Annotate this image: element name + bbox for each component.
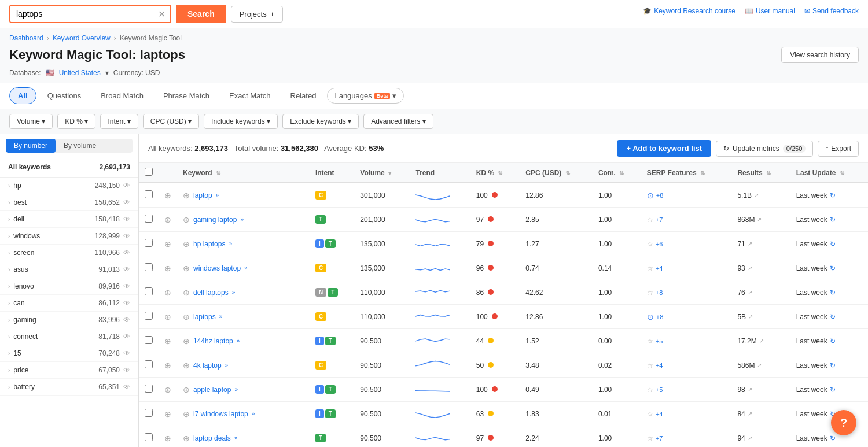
td-add[interactable]: ⊕ <box>159 378 177 402</box>
tab-all[interactable]: All <box>9 87 36 104</box>
star-icon[interactable]: ☆ <box>647 289 653 297</box>
refresh-icon[interactable]: ↻ <box>830 434 836 442</box>
td-add[interactable]: ⊕ <box>159 280 177 305</box>
sidebar-item[interactable]: › dell 158,418 👁 <box>0 211 138 228</box>
row-checkbox[interactable] <box>145 312 153 320</box>
keyword-link[interactable]: i7 windows laptop <box>193 410 248 418</box>
keyword-arrow-icon[interactable]: » <box>229 241 232 247</box>
keyword-link[interactable]: laptop deals <box>193 434 231 442</box>
keyword-plus-icon[interactable]: ⊕ <box>183 312 190 322</box>
tab-related[interactable]: Related <box>282 87 325 104</box>
sidebar-item[interactable]: › battery 65,351 👁 <box>0 379 138 396</box>
refresh-icon[interactable]: ↻ <box>830 337 836 345</box>
sidebar-item[interactable]: › screen 110,966 👁 <box>0 245 138 261</box>
keyword-plus-icon[interactable]: ⊕ <box>183 409 190 419</box>
filter-intent[interactable]: Intent ▾ <box>100 114 138 129</box>
refresh-icon[interactable]: ↻ <box>830 289 836 297</box>
keyword-plus-icon[interactable]: ⊕ <box>183 264 190 273</box>
keyword-arrow-icon[interactable]: » <box>240 216 244 223</box>
row-checkbox[interactable] <box>145 287 153 295</box>
sidebar-item[interactable]: › lenovo 89,916 👁 <box>0 278 138 295</box>
filter-cpc[interactable]: CPC (USD) ▾ <box>143 114 199 129</box>
td-checkbox[interactable] <box>139 183 159 208</box>
star-icon[interactable]: ☆ <box>647 434 653 442</box>
refresh-icon[interactable]: ↻ <box>830 216 836 224</box>
td-checkbox[interactable] <box>139 305 159 329</box>
td-add[interactable]: ⊕ <box>159 353 177 378</box>
td-checkbox[interactable] <box>139 256 159 280</box>
keyword-arrow-icon[interactable]: » <box>237 338 240 344</box>
star-icon[interactable]: ☆ <box>647 337 653 345</box>
help-button[interactable]: ? <box>831 410 856 435</box>
sidebar-item[interactable]: › can 86,112 👁 <box>0 295 138 312</box>
row-checkbox[interactable] <box>145 215 153 223</box>
add-icon[interactable]: ⊕ <box>164 312 171 322</box>
star-icon[interactable]: ☆ <box>647 240 653 248</box>
external-link-icon[interactable]: ↗ <box>748 289 752 295</box>
tab-questions[interactable]: Questions <box>39 87 90 104</box>
keyword-arrow-icon[interactable]: » <box>234 386 238 393</box>
keyword-arrow-icon[interactable]: » <box>252 411 255 417</box>
sidebar-item[interactable]: › windows 128,999 👁 <box>0 228 138 245</box>
refresh-icon[interactable]: ↻ <box>830 361 836 370</box>
td-checkbox[interactable] <box>139 329 159 353</box>
breadcrumb-dashboard[interactable]: Dashboard <box>9 34 43 42</box>
sidebar-item[interactable]: › connect 81,718 👁 <box>0 328 138 345</box>
tab-phrase-match[interactable]: Phrase Match <box>155 87 218 104</box>
star-icon[interactable]: ☆ <box>647 386 653 394</box>
external-link-icon[interactable]: ↗ <box>748 241 752 247</box>
add-icon[interactable]: ⊕ <box>164 385 171 394</box>
add-icon[interactable]: ⊕ <box>164 337 171 346</box>
filter-volume[interactable]: Volume ▾ <box>9 114 53 129</box>
sidebar-item[interactable]: › gaming 83,996 👁 <box>0 312 138 328</box>
external-link-icon[interactable]: ↗ <box>757 216 762 223</box>
filter-kd[interactable]: KD % ▾ <box>57 114 95 129</box>
keyword-link[interactable]: laptop <box>193 191 212 200</box>
add-icon[interactable]: ⊕ <box>164 215 171 224</box>
tab-broad-match[interactable]: Broad Match <box>92 87 152 104</box>
row-checkbox[interactable] <box>145 336 153 344</box>
keyword-plus-icon[interactable]: ⊕ <box>183 239 190 249</box>
export-button[interactable]: ↑ Export <box>818 141 859 157</box>
add-icon[interactable]: ⊕ <box>164 361 171 370</box>
external-link-icon[interactable]: ↗ <box>748 386 752 393</box>
sidebar-item[interactable]: › best 158,652 👁 <box>0 194 138 211</box>
add-icon[interactable]: ⊕ <box>164 239 171 249</box>
td-checkbox[interactable] <box>139 353 159 378</box>
keyword-arrow-icon[interactable]: » <box>232 289 236 295</box>
keyword-link[interactable]: gaming laptop <box>193 216 237 224</box>
external-link-icon[interactable]: ↗ <box>748 411 752 417</box>
filter-include[interactable]: Include keywords ▾ <box>204 114 278 129</box>
td-add[interactable]: ⊕ <box>159 256 177 280</box>
filter-exclude[interactable]: Exclude keywords ▾ <box>282 114 359 129</box>
keyword-arrow-icon[interactable]: » <box>234 435 238 441</box>
add-icon[interactable]: ⊕ <box>164 288 171 297</box>
manual-link[interactable]: 📖 User manual <box>745 7 795 15</box>
row-checkbox[interactable] <box>145 433 153 441</box>
sidebar-item[interactable]: › hp 248,150 👁 <box>0 178 138 194</box>
add-icon[interactable]: ⊕ <box>164 434 171 443</box>
keyword-link[interactable]: 144hz laptop <box>193 337 233 345</box>
refresh-icon[interactable]: ↻ <box>830 264 836 272</box>
add-icon[interactable]: ⊕ <box>164 409 171 419</box>
star-icon[interactable]: ☆ <box>647 361 653 370</box>
td-checkbox[interactable] <box>139 378 159 402</box>
td-add[interactable]: ⊕ <box>159 402 177 426</box>
keyword-plus-icon[interactable]: ⊕ <box>183 337 190 346</box>
keyword-plus-icon[interactable]: ⊕ <box>183 191 190 200</box>
star-icon[interactable]: ☆ <box>647 216 653 224</box>
keyword-plus-icon[interactable]: ⊕ <box>183 385 190 394</box>
keyword-plus-icon[interactable]: ⊕ <box>183 215 190 224</box>
update-metrics-button[interactable]: ↻ Update metrics 0/250 <box>716 141 813 157</box>
sidebar-item[interactable]: › 15 70,248 👁 <box>0 345 138 362</box>
add-keyword-button[interactable]: + Add to keyword list <box>617 140 711 157</box>
tab-languages[interactable]: Languages Beta ▾ <box>327 88 404 104</box>
sidebar-item[interactable]: › asus 91,013 👁 <box>0 261 138 278</box>
keyword-plus-icon[interactable]: ⊕ <box>183 361 190 370</box>
search-clear-button[interactable]: ✕ <box>153 9 170 20</box>
sort-by-volume[interactable]: By volume <box>56 139 104 153</box>
projects-button[interactable]: Projects + <box>231 6 284 23</box>
row-checkbox[interactable] <box>145 263 153 271</box>
keyword-arrow-icon[interactable]: » <box>225 362 229 368</box>
external-link-icon[interactable]: ↗ <box>754 192 759 198</box>
